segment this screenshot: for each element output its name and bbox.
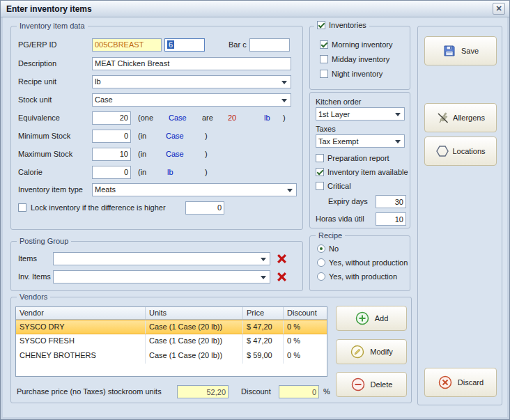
vendor-cell: CHENEY BROTHERS: [16, 349, 146, 364]
posting-items-label: Items: [18, 254, 53, 263]
recipe-unit-select[interactable]: lb: [92, 75, 291, 88]
minimum-stock-field[interactable]: 0: [92, 130, 131, 143]
discount-label: Discount: [241, 387, 271, 396]
morning-inventory-label: Morning inventory: [332, 40, 392, 49]
midday-inventory-checkbox[interactable]: [320, 55, 328, 63]
posting-inv-items-select[interactable]: [53, 270, 270, 283]
locations-button[interactable]: Locations: [424, 137, 497, 166]
calorie-row: Calorie 0 (in lb ): [18, 165, 298, 179]
kitchen-order-label: Kitchen order: [316, 98, 361, 106]
vendor-row[interactable]: SYSCO FRESH Case (1 Case (20 lb)) $ 47,2…: [16, 334, 327, 349]
expiry-days-label: Expiry days: [328, 197, 368, 205]
minimum-stock-label: Minimum Stock: [18, 132, 92, 140]
modify-button[interactable]: Modify: [336, 339, 407, 364]
column-header-units[interactable]: Units: [146, 307, 243, 319]
action-panel: Save Allergens Locations: [417, 26, 502, 405]
discount-cell: 0 %: [284, 349, 327, 364]
recipe-no-row: No: [317, 244, 339, 253]
dropdown-arrow-icon: [287, 189, 293, 192]
expiry-days-field[interactable]: 30: [376, 195, 406, 208]
pg-erp-id-field[interactable]: 005CBREAST: [92, 38, 162, 52]
allergens-button-label: Allergens: [453, 114, 485, 122]
calorie-field[interactable]: 0: [92, 166, 131, 179]
lock-threshold-field[interactable]: 0: [185, 201, 224, 215]
add-button[interactable]: Add: [336, 306, 407, 331]
recipe-with-production-radio[interactable]: [317, 272, 325, 281]
dropdown-arrow-icon: [281, 81, 287, 84]
equivalence-field[interactable]: 20: [92, 111, 131, 125]
bar-code-field[interactable]: [249, 38, 290, 52]
shelf-life-label: Horas vida útil: [316, 215, 364, 223]
save-button[interactable]: Save: [424, 36, 497, 65]
maximum-close-text: ): [205, 150, 208, 158]
vendor-row[interactable]: SYSCO DRY Case (1 Case (20 lb)) $ 47,20 …: [16, 320, 327, 334]
minimum-unit: Case: [166, 132, 184, 140]
column-header-discount[interactable]: Discount: [284, 307, 327, 319]
posting-items-select[interactable]: [53, 252, 270, 265]
dropdown-arrow-icon: [395, 140, 401, 143]
kitchen-order-select[interactable]: 1st Layer: [316, 107, 405, 120]
inventory-item-data-group: Inventory item data PG/ERP ID 005CBREAST…: [10, 26, 303, 230]
recipe-no-radio[interactable]: [317, 244, 325, 253]
pg-erp-seq-field[interactable]: 6: [164, 38, 205, 52]
inventory-item-type-select[interactable]: Meats: [92, 183, 297, 196]
equivalence-qty: 20: [228, 114, 236, 122]
purchase-price-field[interactable]: 52,20: [177, 385, 229, 398]
maximum-unit: Case: [166, 150, 184, 158]
maximum-stock-row: Maximum Stock 10 (in Case ): [18, 147, 298, 161]
recipe-without-production-label: Yes, without production: [329, 258, 408, 267]
night-inventory-checkbox[interactable]: [320, 70, 328, 78]
delete-button[interactable]: Delete: [336, 372, 407, 397]
description-value: MEAT Chicken Breast: [95, 59, 169, 68]
stock-unit-value: Case: [95, 95, 113, 104]
dropdown-arrow-icon: [261, 276, 266, 279]
pg-erp-id-value: 005CBREAST: [95, 40, 144, 49]
recipe-without-production-radio[interactable]: [317, 258, 325, 267]
discard-button[interactable]: Discard: [424, 368, 497, 397]
recipe-unit-value: lb: [95, 77, 101, 86]
allergens-button[interactable]: Allergens: [424, 103, 497, 132]
maximum-stock-field[interactable]: 10: [92, 148, 131, 161]
description-field[interactable]: MEAT Chicken Breast: [92, 57, 291, 70]
column-header-price[interactable]: Price: [243, 307, 284, 319]
stock-unit-select[interactable]: Case: [92, 93, 291, 107]
dropdown-arrow-icon: [281, 99, 287, 102]
taxes-select[interactable]: Tax Exempt: [316, 134, 405, 148]
column-header-vendor[interactable]: Vendor: [16, 307, 146, 319]
vendor-row[interactable]: CHENEY BROTHERS Case (1 Case (20 lb)) $ …: [16, 349, 327, 364]
description-row: Description MEAT Chicken Breast: [18, 56, 298, 70]
posting-inv-items-row: Inv. Items: [18, 270, 300, 283]
morning-inventory-checkbox[interactable]: [320, 40, 328, 49]
preparation-report-checkbox[interactable]: [316, 154, 324, 162]
bar-code-label: Bar c: [229, 40, 247, 49]
clear-inv-items-button[interactable]: [276, 271, 288, 283]
posting-items-row: Items: [18, 251, 300, 265]
minimum-in-text: (in: [138, 132, 146, 140]
modify-button-label: Modify: [370, 348, 392, 356]
inventories-label: Inventories: [329, 20, 366, 30]
close-button[interactable]: ✕: [493, 3, 505, 15]
clear-items-button[interactable]: [276, 253, 288, 265]
taxes-label: Taxes: [316, 125, 336, 133]
lock-inventory-checkbox[interactable]: [18, 203, 26, 212]
add-icon: [355, 311, 370, 326]
critical-checkbox[interactable]: [316, 182, 324, 190]
maximum-in-text: (in: [138, 150, 146, 158]
delete-button-label: Delete: [371, 380, 393, 389]
inventories-checkbox[interactable]: [317, 21, 325, 29]
purchase-price-label: Purchase price (no Taxes) stockroom unit…: [17, 387, 162, 396]
discount-field[interactable]: 0: [279, 385, 319, 398]
inventory-item-available-checkbox[interactable]: [316, 168, 324, 176]
vendors-table: Vendor Units Price Discount SYSCO DRY Ca…: [15, 306, 327, 377]
inventories-header: Inventories: [314, 20, 369, 30]
price-cell: $ 47,20: [243, 334, 284, 349]
modify-pencil-icon: [350, 344, 365, 359]
posting-inv-items-label: Inv. Items: [18, 272, 53, 281]
shelf-life-field[interactable]: 10: [376, 212, 406, 226]
inventory-item-type-label: Inventory item type: [18, 185, 92, 194]
equivalence-close-text: ): [283, 114, 286, 122]
pg-erp-row: PG/ERP ID 005CBREAST 6 Bar c: [18, 38, 298, 52]
kitchen-order-value: 1st Layer: [318, 110, 350, 118]
pg-erp-seq-value: 6: [167, 40, 174, 49]
units-cell: Case (1 Case (20 lb)): [146, 334, 243, 349]
